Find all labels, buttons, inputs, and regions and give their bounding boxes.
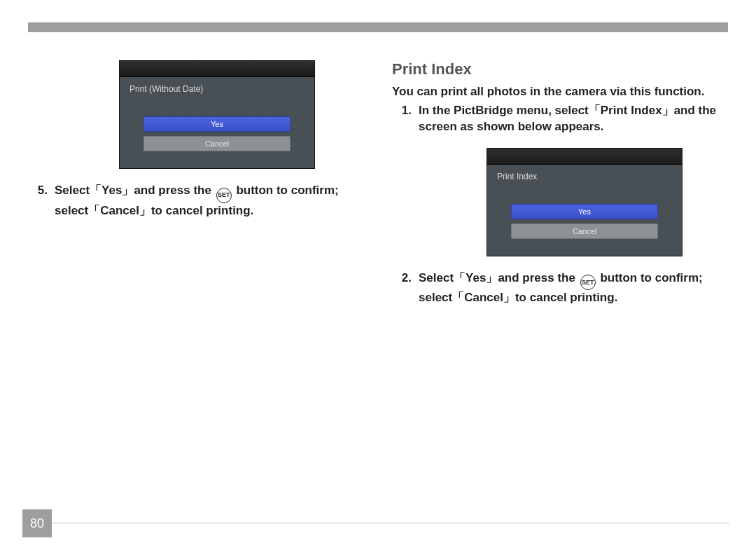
dialog-titlebar bbox=[120, 61, 314, 77]
dialog-options: Yes Cancel bbox=[487, 184, 682, 256]
page-footer: 80 bbox=[0, 509, 756, 537]
step-body: Select「Yes」and press the SET button to c… bbox=[55, 183, 364, 219]
step-number: 1. bbox=[392, 103, 419, 135]
step-2: 2. Select「Yes」and press the SET button t… bbox=[392, 270, 728, 306]
step-number: 5. bbox=[28, 183, 55, 219]
step-5: 5. Select「Yes」and press the SET button t… bbox=[28, 183, 364, 219]
step-1: 1. In the PictBridge menu, select「Print … bbox=[392, 103, 728, 135]
manual-page: Print (Without Date) Yes Cancel 5. Selec… bbox=[0, 0, 756, 550]
page-number: 80 bbox=[22, 509, 52, 537]
step-text-a: Select「Yes」and press the bbox=[55, 184, 215, 197]
option-cancel[interactable]: Cancel bbox=[511, 224, 658, 239]
content-columns: Print (Without Date) Yes Cancel 5. Selec… bbox=[28, 60, 728, 306]
header-bar bbox=[28, 22, 728, 32]
dialog-title: Print (Without Date) bbox=[120, 77, 314, 97]
left-column: Print (Without Date) Yes Cancel 5. Selec… bbox=[28, 60, 364, 306]
step-text-a: Select「Yes」and press the bbox=[419, 271, 579, 284]
dialog-options: Yes Cancel bbox=[120, 97, 314, 168]
set-button-icon: SET bbox=[580, 275, 596, 290]
right-column: Print Index You can print all photos in … bbox=[392, 60, 728, 306]
dialog-titlebar bbox=[487, 149, 682, 165]
footer-rule bbox=[52, 523, 729, 523]
step-body: In the PictBridge menu, select「Print Ind… bbox=[419, 103, 728, 135]
dialog-print-index: Print Index Yes Cancel bbox=[486, 148, 682, 256]
set-button-icon: SET bbox=[216, 188, 232, 203]
screenshot-print-index: Print Index Yes Cancel bbox=[392, 148, 728, 256]
option-yes[interactable]: Yes bbox=[144, 116, 290, 132]
option-cancel[interactable]: Cancel bbox=[144, 136, 290, 151]
dialog-title: Print Index bbox=[487, 165, 682, 184]
section-heading: Print Index bbox=[392, 60, 728, 78]
screenshot-print-without-date: Print (Without Date) Yes Cancel bbox=[28, 60, 364, 169]
section-intro: You can print all photos in the camera v… bbox=[392, 84, 728, 100]
step-body: Select「Yes」and press the SET button to c… bbox=[419, 270, 728, 306]
dialog-print-without-date: Print (Without Date) Yes Cancel bbox=[119, 60, 315, 169]
step-number: 2. bbox=[392, 270, 419, 306]
option-yes[interactable]: Yes bbox=[511, 204, 658, 219]
